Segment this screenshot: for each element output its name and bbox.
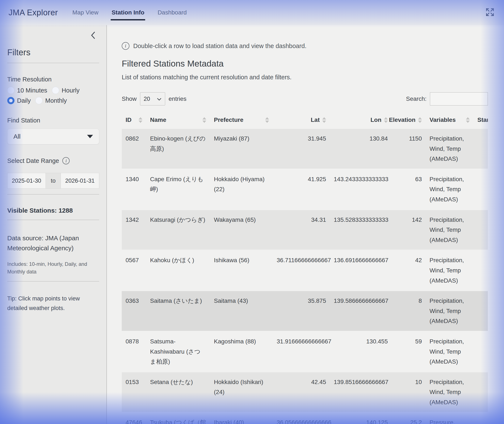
stations-table: IDNamePrefectureLatLonElevationVariables…: [122, 113, 488, 424]
cell-variables: Precipitation, Wind, Temp (AMeDAS): [426, 372, 473, 412]
table-row[interactable]: 1340 Cape Erimo (えりも岬) Hokkaido (Hiyama)…: [122, 169, 488, 210]
sidebar-title: Filters: [7, 48, 99, 57]
cell-prefecture: Ibaraki (40): [210, 412, 273, 424]
data-source-text: Data source: JMA (Japan Meteorological A…: [7, 233, 99, 253]
cell-variables: Precipitation, Wind, Temp (AMeDAS): [426, 128, 473, 169]
date-range-label-text: Select Date Range: [7, 157, 59, 164]
column-label: Name: [150, 117, 166, 123]
radio-icon: [52, 87, 59, 94]
date-start-input[interactable]: [7, 173, 46, 189]
sidebar-collapse-button[interactable]: [89, 31, 97, 41]
tab-station-info[interactable]: Station Info: [111, 0, 145, 25]
cell-lat: 36.71166666666667: [273, 250, 330, 291]
page-title: Filtered Stations Metadata: [122, 59, 504, 69]
radio-10-minutes[interactable]: 10 Minutes: [7, 87, 47, 94]
table-row[interactable]: 0862 Ebino-kogen (えびの高原) Miyazaki (87) 3…: [122, 128, 488, 169]
cell-id: 0363: [122, 291, 146, 331]
cell-name: Katsuragi (かつらぎ): [146, 210, 210, 250]
page-length-select[interactable]: 20: [140, 92, 165, 106]
sort-icon: [265, 117, 269, 123]
sort-icon: [322, 117, 326, 123]
column-header-lat[interactable]: Lat: [273, 113, 330, 128]
cell-lon: 130.455: [330, 331, 392, 372]
column-label: ID: [126, 117, 132, 123]
cell-prefecture: Hokkaido (Hiyama) (22): [210, 169, 273, 210]
cell-elevation: 42: [392, 250, 426, 291]
stations-table-wrapper: IDNamePrefectureLatLonElevationVariables…: [122, 113, 488, 424]
table-row[interactable]: 1342 Katsuragi (かつらぎ) Wakayama (65) 34.3…: [122, 210, 488, 250]
page-length-value: 20: [144, 96, 150, 102]
radio-label: Hourly: [62, 87, 80, 94]
table-row[interactable]: 0363 Saitama (さいたま) Saitama (43) 35.875 …: [122, 291, 488, 331]
info-icon[interactable]: i: [62, 157, 70, 164]
column-label: Elevation: [389, 117, 415, 123]
search-input[interactable]: [430, 92, 488, 106]
cell-name: Kahoku (かほく): [146, 250, 210, 291]
caret-down-icon: [87, 135, 93, 138]
date-range-picker: to: [7, 173, 99, 189]
cell-variables: Precipitation, Wind, Temp (AMeDAS): [426, 169, 473, 210]
fullscreen-icon: [485, 6, 496, 19]
nav-tabs: Map ViewStation InfoDashboard: [72, 0, 187, 25]
cell-start: [473, 250, 488, 291]
cell-lat: 34.31: [273, 210, 330, 250]
cell-lat: 31.945: [273, 128, 330, 169]
table-row[interactable]: 0567 Kahoku (かほく) Ishikawa (56) 36.71166…: [122, 250, 488, 291]
cell-id: 0878: [122, 331, 146, 372]
fullscreen-button[interactable]: [485, 6, 496, 19]
cell-id: 0567: [122, 250, 146, 291]
cell-id: 1342: [122, 210, 146, 250]
cell-prefecture: Kagoshima (88): [210, 331, 273, 372]
cell-lat: 42.45: [273, 372, 330, 412]
column-header-name[interactable]: Name: [146, 113, 210, 128]
station-info-panel: i Double-click a row to load station dat…: [107, 25, 504, 424]
cell-variables: Precipitation, Wind, Temp (AMeDAS): [426, 210, 473, 250]
column-header-id[interactable]: ID: [122, 113, 146, 128]
cell-start: [473, 291, 488, 331]
app-brand: JMA Explorer: [8, 8, 58, 17]
tab-dashboard[interactable]: Dashboard: [157, 0, 187, 25]
find-station-label: Find Station: [7, 117, 99, 124]
tab-map-view[interactable]: Map View: [72, 0, 99, 25]
divider: [7, 281, 99, 281]
radio-hourly[interactable]: Hourly: [52, 87, 80, 94]
cell-lat: 41.925: [273, 169, 330, 210]
cell-lon: 143.2433333333333: [330, 169, 392, 210]
column-header-lon[interactable]: Lon: [330, 113, 392, 128]
sort-icon: [139, 117, 142, 123]
filters-sidebar: Filters Time Resolution 10 MinutesHourly…: [0, 25, 107, 424]
column-label: Lon: [370, 117, 381, 123]
stations-table-header: IDNamePrefectureLatLonElevationVariables…: [122, 113, 488, 128]
radio-label: 10 Minutes: [17, 87, 47, 94]
cell-prefecture: Saitama (43): [210, 291, 273, 331]
cell-lon: 139.8516666666667: [330, 372, 392, 412]
find-station-value: All: [13, 133, 20, 140]
time-resolution-options: 10 MinutesHourlyDailyMonthly: [7, 87, 99, 104]
find-station-select[interactable]: All: [7, 129, 99, 144]
date-range-label: Select Date Range i: [7, 157, 99, 164]
radio-monthly[interactable]: Monthly: [35, 97, 67, 104]
column-label: Variables: [429, 117, 456, 123]
info-banner-text: Double-click a row to load station data …: [133, 43, 306, 50]
cell-lat: 31.91666666666667: [273, 331, 330, 372]
table-row[interactable]: 0878 Satsuma-Kashiwabaru (さつま柏原) Kagoshi…: [122, 331, 488, 372]
radio-daily[interactable]: Daily: [7, 97, 31, 104]
table-row[interactable]: 0153 Setana (せたな) Hokkaido (Ishikari) (2…: [122, 372, 488, 412]
column-header-variables[interactable]: Variables: [426, 113, 473, 128]
table-row[interactable]: 47646 Tsukuba (つくば（館野）) Ibaraki (40) 36.…: [122, 412, 488, 424]
top-navbar: JMA Explorer Map ViewStation InfoDashboa…: [0, 0, 504, 25]
column-header-prefecture[interactable]: Prefecture: [210, 113, 273, 128]
cell-lon: 140.125: [330, 412, 392, 424]
column-header-start[interactable]: Start_: [473, 113, 488, 128]
date-end-input[interactable]: [61, 173, 99, 189]
sort-icon: [418, 117, 422, 123]
column-header-elevation[interactable]: Elevation: [392, 113, 426, 128]
cell-elevation: 63: [392, 169, 426, 210]
cell-lon: 139.5866666666667: [330, 291, 392, 331]
cell-id: 0862: [122, 128, 146, 169]
page-subtitle: List of stations matching the current re…: [122, 74, 504, 81]
chevron-left-icon: [89, 31, 97, 41]
cell-start: [473, 331, 488, 372]
stations-table-body: 0862 Ebino-kogen (えびの高原) Miyazaki (87) 3…: [122, 128, 488, 424]
cell-id: 1340: [122, 169, 146, 210]
